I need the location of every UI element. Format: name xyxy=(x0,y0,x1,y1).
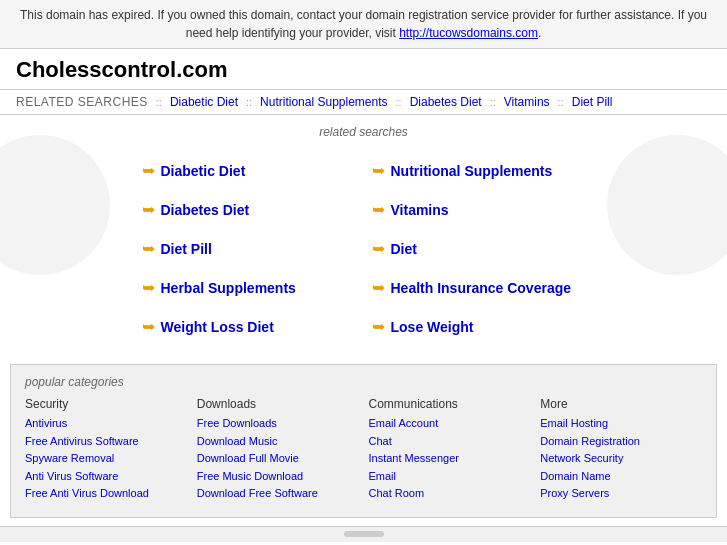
arrow-icon: ➥ xyxy=(142,161,155,180)
search-link-vitamins[interactable]: Vitamins xyxy=(391,202,449,218)
cat-link-antivirus[interactable]: Antivirus xyxy=(25,415,187,433)
cat-link-instant-messenger[interactable]: Instant Messenger xyxy=(369,450,531,468)
related-bar-link-vitamins[interactable]: Vitamins xyxy=(504,95,550,109)
list-item: ➥ Diabetes Diet xyxy=(134,190,364,229)
category-title-more: More xyxy=(540,397,702,411)
cat-link-free-downloads[interactable]: Free Downloads xyxy=(197,415,359,433)
related-searches-heading: related searches xyxy=(0,125,727,139)
arrow-icon: ➥ xyxy=(372,239,385,258)
category-column-security: Security Antivirus Free Antivirus Softwa… xyxy=(25,397,187,503)
related-searches-bar: RELATED SEARCHES :: Diabetic Diet :: Nut… xyxy=(0,89,727,115)
related-bar-label: RELATED SEARCHES xyxy=(16,95,148,109)
arrow-icon: ➥ xyxy=(142,200,155,219)
cat-link-email-account[interactable]: Email Account xyxy=(369,415,531,433)
cat-link-anti-virus[interactable]: Anti Virus Software xyxy=(25,468,187,486)
list-item: ➥ Diet xyxy=(364,229,594,268)
tucows-link[interactable]: http://tucowsdomains.com xyxy=(399,26,538,40)
site-title: Cholesscontrol.com xyxy=(0,49,727,89)
related-bar-link-diet-pill[interactable]: Diet Pill xyxy=(572,95,613,109)
search-link-lose-weight[interactable]: Lose Weight xyxy=(391,319,474,335)
scroll-thumb[interactable] xyxy=(344,531,384,537)
category-title-downloads: Downloads xyxy=(197,397,359,411)
search-link-diet-pill[interactable]: Diet Pill xyxy=(161,241,212,257)
category-title-communications: Communications xyxy=(369,397,531,411)
list-item: ➥ Diet Pill xyxy=(134,229,364,268)
arrow-icon: ➥ xyxy=(142,239,155,258)
expired-notice-bar: This domain has expired. If you owned th… xyxy=(0,0,727,49)
cat-link-domain-name[interactable]: Domain Name xyxy=(540,468,702,486)
cat-link-free-music[interactable]: Free Music Download xyxy=(197,468,359,486)
popular-categories-heading: popular categories xyxy=(25,375,702,389)
cat-link-network-security[interactable]: Network Security xyxy=(540,450,702,468)
horizontal-scrollbar[interactable] xyxy=(0,526,727,542)
cat-link-free-antivirus[interactable]: Free Antivirus Software xyxy=(25,433,187,451)
category-column-communications: Communications Email Account Chat Instan… xyxy=(369,397,531,503)
list-item: ➥ Vitamins xyxy=(364,190,594,229)
search-link-diabetic-diet[interactable]: Diabetic Diet xyxy=(161,163,246,179)
search-link-health-insurance[interactable]: Health Insurance Coverage xyxy=(391,280,572,296)
cat-link-chat-room[interactable]: Chat Room xyxy=(369,485,531,503)
popular-categories-section: popular categories Security Antivirus Fr… xyxy=(10,364,717,518)
cat-link-email-hosting[interactable]: Email Hosting xyxy=(540,415,702,433)
main-content: related searches ➥ Diabetic Diet ➥ Nutri… xyxy=(0,115,727,356)
related-bar-link-nutritional-supplements[interactable]: Nutritional Supplements xyxy=(260,95,387,109)
search-link-weight-loss-diet[interactable]: Weight Loss Diet xyxy=(161,319,274,335)
list-item: ➥ Lose Weight xyxy=(364,307,594,346)
arrow-icon: ➥ xyxy=(142,278,155,297)
arrow-icon: ➥ xyxy=(372,278,385,297)
cat-link-chat[interactable]: Chat xyxy=(369,433,531,451)
cat-link-proxy-servers[interactable]: Proxy Servers xyxy=(540,485,702,503)
cat-link-free-anti-virus-dl[interactable]: Free Anti Virus Download xyxy=(25,485,187,503)
cat-link-domain-registration[interactable]: Domain Registration xyxy=(540,433,702,451)
list-item: ➥ Health Insurance Coverage xyxy=(364,268,594,307)
search-link-nutritional-supplements[interactable]: Nutritional Supplements xyxy=(391,163,553,179)
cat-link-email[interactable]: Email xyxy=(369,468,531,486)
list-item: ➥ Nutritional Supplements xyxy=(364,151,594,190)
search-results-grid: ➥ Diabetic Diet ➥ Nutritional Supplement… xyxy=(74,151,654,346)
related-bar-link-diabetes-diet[interactable]: Diabetes Diet xyxy=(410,95,482,109)
cat-link-spyware[interactable]: Spyware Removal xyxy=(25,450,187,468)
list-item: ➥ Weight Loss Diet xyxy=(134,307,364,346)
category-title-security: Security xyxy=(25,397,187,411)
popular-categories-grid: Security Antivirus Free Antivirus Softwa… xyxy=(25,397,702,503)
search-link-herbal-supplements[interactable]: Herbal Supplements xyxy=(161,280,296,296)
related-bar-link-diabetic-diet[interactable]: Diabetic Diet xyxy=(170,95,238,109)
cat-link-download-free-software[interactable]: Download Free Software xyxy=(197,485,359,503)
category-column-downloads: Downloads Free Downloads Download Music … xyxy=(197,397,359,503)
list-item: ➥ Herbal Supplements xyxy=(134,268,364,307)
search-link-diabetes-diet[interactable]: Diabetes Diet xyxy=(161,202,250,218)
arrow-icon: ➥ xyxy=(142,317,155,336)
search-link-diet[interactable]: Diet xyxy=(391,241,417,257)
arrow-icon: ➥ xyxy=(372,161,385,180)
cat-link-download-music[interactable]: Download Music xyxy=(197,433,359,451)
expired-notice-text: This domain has expired. If you owned th… xyxy=(20,8,707,40)
list-item: ➥ Diabetic Diet xyxy=(134,151,364,190)
arrow-icon: ➥ xyxy=(372,200,385,219)
cat-link-download-movie[interactable]: Download Full Movie xyxy=(197,450,359,468)
arrow-icon: ➥ xyxy=(372,317,385,336)
category-column-more: More Email Hosting Domain Registration N… xyxy=(540,397,702,503)
